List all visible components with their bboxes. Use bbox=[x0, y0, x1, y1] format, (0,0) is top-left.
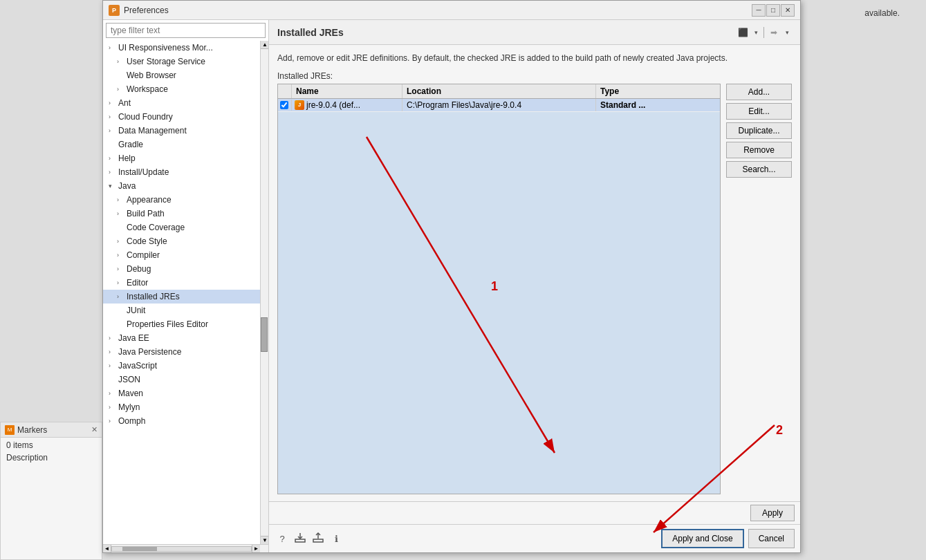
tree-item-mylyn[interactable]: › Mylyn bbox=[103, 400, 260, 414]
tree-item-javascript[interactable]: › JavaScript bbox=[103, 359, 260, 373]
tree-item-junit[interactable]: › JUnit bbox=[103, 304, 260, 317]
tree-item-maven[interactable]: › Maven bbox=[103, 386, 260, 400]
tree-item-build-path[interactable]: › Build Path bbox=[103, 207, 260, 221]
arrow-icon: › bbox=[117, 265, 125, 272]
tree-item-label: JavaScript bbox=[118, 361, 157, 371]
tree-item-label: Maven bbox=[118, 389, 143, 398]
arrow-icon: › bbox=[117, 279, 125, 286]
arrow-icon: › bbox=[117, 224, 125, 231]
right-panel-title: Installed JREs bbox=[277, 27, 736, 38]
tree-item-label: Java Persistence bbox=[118, 347, 181, 357]
tree-item-ant[interactable]: › Ant bbox=[103, 96, 260, 110]
tree-horizontal-scrollbar[interactable]: ◄ ► bbox=[103, 544, 268, 552]
arrow-icon: › bbox=[117, 86, 125, 93]
jre-checkbox[interactable] bbox=[280, 101, 288, 109]
tree-item-code-coverage[interactable]: › Code Coverage bbox=[103, 221, 260, 234]
description-text: Add, remove or edit JRE definitions. By … bbox=[277, 52, 792, 64]
nav-back-dropdown[interactable]: ▾ bbox=[751, 26, 761, 39]
arrow-icon: › bbox=[109, 335, 117, 342]
th-location: Location bbox=[402, 84, 596, 98]
arrow-icon: › bbox=[109, 141, 117, 148]
tree-item-label: Workspace bbox=[127, 84, 168, 94]
tree-item-label: UI Responsiveness Mor... bbox=[118, 43, 213, 53]
tree-item-oomph[interactable]: › Oomph bbox=[103, 414, 260, 428]
tree-item-help[interactable]: › Help bbox=[103, 151, 260, 165]
arrow-icon: › bbox=[117, 293, 125, 300]
tree-item-label: Gradle bbox=[118, 140, 143, 149]
arrow-icon: › bbox=[109, 376, 117, 383]
td-location: C:\Program Files\Java\jre-9.0.4 bbox=[402, 99, 596, 111]
tree-item-ui-responsiveness[interactable]: › UI Responsiveness Mor... bbox=[103, 41, 260, 55]
arrow-icon: › bbox=[109, 169, 117, 176]
tree-item-label: Oomph bbox=[118, 416, 145, 426]
installed-jres-label: Installed JREs: bbox=[277, 71, 792, 81]
th-type: Type bbox=[596, 84, 720, 98]
export-icon-button[interactable] bbox=[293, 531, 308, 546]
search-button[interactable]: Search... bbox=[726, 161, 792, 178]
apply-and-close-button[interactable]: Apply and Close bbox=[661, 529, 743, 548]
h-scroll-track bbox=[111, 546, 252, 552]
markers-count: 0 items bbox=[6, 440, 96, 450]
tree-item-editor[interactable]: › Editor bbox=[103, 276, 260, 290]
cancel-button[interactable]: Cancel bbox=[748, 529, 795, 548]
tree-item-label: Debug bbox=[127, 264, 151, 274]
tree-item-properties-files-editor[interactable]: › Properties Files Editor bbox=[103, 317, 260, 331]
edit-button[interactable]: Edit... bbox=[726, 103, 792, 120]
tree-item-debug[interactable]: › Debug bbox=[103, 262, 260, 276]
nav-forward-button[interactable]: ➡ bbox=[767, 26, 781, 39]
tree-item-data-management[interactable]: › Data Management bbox=[103, 124, 260, 138]
tree-item-java-ee[interactable]: › Java EE bbox=[103, 331, 260, 345]
arrow-icon: › bbox=[109, 113, 117, 120]
tree-item-gradle[interactable]: › Gradle bbox=[103, 138, 260, 151]
tree-item-label: Java EE bbox=[118, 333, 149, 343]
tree-item-install-update[interactable]: › Install/Update bbox=[103, 165, 260, 179]
scrollbar-down-arrow[interactable]: ▼ bbox=[261, 536, 268, 544]
title-bar: P Preferences ─ □ ✕ bbox=[103, 1, 800, 20]
tree-item-label: JSON bbox=[118, 375, 140, 384]
close-button[interactable]: ✕ bbox=[781, 4, 795, 17]
arrow-icon: › bbox=[109, 348, 117, 355]
nav-home-button[interactable]: ⬛ bbox=[736, 26, 750, 39]
th-check bbox=[278, 84, 292, 98]
arrow-icon: › bbox=[117, 307, 125, 314]
tree-item-cloud-foundry[interactable]: › Cloud Foundry bbox=[103, 110, 260, 124]
footer-right-buttons: Apply and Close Cancel bbox=[661, 529, 795, 548]
tree-item-compiler[interactable]: › Compiler bbox=[103, 248, 260, 262]
tree-item-java[interactable]: ▾ Java bbox=[103, 179, 260, 193]
minimize-button[interactable]: ─ bbox=[752, 4, 766, 17]
tree-item-user-storage[interactable]: › User Storage Service bbox=[103, 55, 260, 68]
tree-item-web-browser[interactable]: › Web Browser bbox=[103, 68, 260, 82]
arrow-icon: › bbox=[109, 44, 117, 51]
remove-button[interactable]: Remove bbox=[726, 142, 792, 158]
tree-item-json[interactable]: › JSON bbox=[103, 373, 260, 386]
h-scroll-thumb[interactable] bbox=[122, 547, 157, 551]
right-panel: Installed JREs ⬛ ▾ ➡ ▾ Add, remove or ed… bbox=[269, 20, 800, 552]
tree-item-workspace[interactable]: › Workspace bbox=[103, 82, 260, 96]
nav-forward-dropdown[interactable]: ▾ bbox=[782, 26, 792, 39]
jre-name: jre-9.0.4 (def... bbox=[306, 100, 360, 110]
maximize-button[interactable]: □ bbox=[766, 4, 780, 17]
dialog-footer: Apply ? bbox=[269, 501, 800, 552]
tree-vertical-scrollbar[interactable]: ▲ ▼ bbox=[260, 41, 268, 544]
tree-item-label: Mylyn bbox=[118, 402, 140, 412]
add-button[interactable]: Add... bbox=[726, 84, 792, 100]
h-scroll-right[interactable]: ► bbox=[252, 545, 260, 553]
h-scroll-left[interactable]: ◄ bbox=[103, 545, 111, 553]
filter-input[interactable] bbox=[106, 23, 266, 38]
tree-item-java-persistence[interactable]: › Java Persistence bbox=[103, 345, 260, 359]
td-check[interactable] bbox=[278, 100, 292, 111]
table-row[interactable]: J jre-9.0.4 (def... C:\Program Files\Jav… bbox=[278, 99, 720, 112]
info-icon-button[interactable]: ℹ bbox=[328, 531, 344, 546]
scrollbar-thumb[interactable] bbox=[261, 317, 268, 352]
scrollbar-up-arrow[interactable]: ▲ bbox=[261, 41, 268, 49]
markers-description: Description bbox=[6, 453, 96, 463]
duplicate-button[interactable]: Duplicate... bbox=[726, 122, 792, 139]
tree-item-code-style[interactable]: › Code Style bbox=[103, 234, 260, 248]
help-icon-button[interactable]: ? bbox=[275, 531, 290, 546]
jre-table-wrapper: Name Location Type bbox=[277, 84, 721, 494]
tree-item-installed-jres[interactable]: › Installed JREs bbox=[103, 290, 260, 304]
import-icon-button[interactable] bbox=[311, 531, 326, 546]
tree-item-appearance[interactable]: › Appearance bbox=[103, 193, 260, 207]
markers-header: M Markers ✕ bbox=[1, 422, 102, 438]
apply-button[interactable]: Apply bbox=[750, 505, 795, 521]
